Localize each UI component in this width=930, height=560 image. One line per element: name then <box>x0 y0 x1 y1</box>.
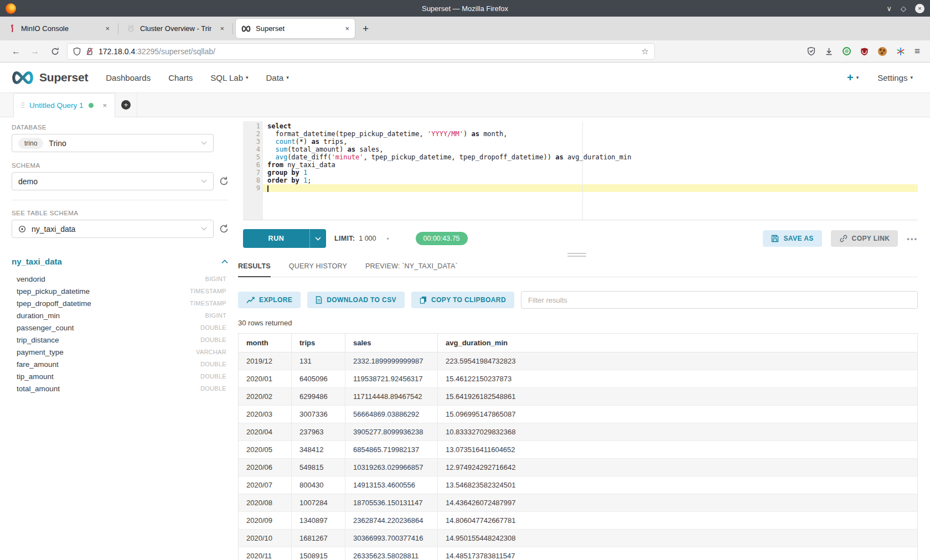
settings-menu[interactable]: Settings ▾ <box>877 73 913 82</box>
new-item-menu[interactable]: + ▾ <box>847 72 859 83</box>
url-field[interactable]: 172.18.0.4:32295/superset/sqllab/ ☆ <box>67 43 655 60</box>
table-cell: 12.974924292716642 <box>437 459 917 476</box>
lock-insecure-icon[interactable] <box>86 47 94 56</box>
schema-column-row[interactable]: vendoridBIGINT <box>12 273 228 285</box>
tab-close-icon[interactable]: × <box>345 24 349 33</box>
query-tab-label: Untitled Query 1 <box>29 101 84 110</box>
schema-column-row[interactable]: tip_amountDOUBLE <box>12 370 228 382</box>
collapse-chevron-up-icon[interactable] <box>221 260 228 264</box>
code-line[interactable]: select <box>263 122 918 130</box>
column-type: DOUBLE <box>200 361 226 367</box>
table-cell: 10.833327029832368 <box>437 423 917 440</box>
table-cell: 2332.1899999999987 <box>345 352 437 370</box>
code-line[interactable]: group by 1 <box>263 169 918 177</box>
table-select[interactable]: ny_taxi_data <box>12 220 214 238</box>
browser-tab-minio[interactable]: MinIO Console × <box>3 19 115 38</box>
table-cell: 15.46122150237873 <box>437 370 917 387</box>
table-schema-title[interactable]: ny_taxi_data <box>12 257 62 266</box>
table-cell: 14.485173783811547 <box>437 547 917 560</box>
refresh-schema-icon[interactable] <box>219 176 229 186</box>
tab-preview[interactable]: PREVIEW: `NY_TAXI_DATA` <box>365 262 458 277</box>
schema-column-row[interactable]: tpep_pickup_datetimeTIMESTAMP <box>12 285 228 297</box>
menu-hamburger-icon[interactable]: ≡ <box>914 46 920 57</box>
drag-handle-icon[interactable] <box>22 102 24 108</box>
code-line[interactable]: order by 1; <box>263 177 918 184</box>
extension-green-icon[interactable] <box>843 47 851 55</box>
limit-control[interactable]: LIMIT: 1 000 ▾ <box>334 235 389 242</box>
browser-tab-trino[interactable]: Cluster Overview - Trino × <box>121 19 230 38</box>
url-text: 172.18.0.4:32295/superset/sqllab/ <box>99 47 637 56</box>
schema-select[interactable]: demo <box>12 172 214 190</box>
sql-editor[interactable]: 123456789 select format_datetime(tpep_pi… <box>243 121 918 220</box>
back-icon[interactable]: ← <box>7 46 25 56</box>
query-tab-active[interactable]: Untitled Query 1 × <box>13 93 115 117</box>
schema-column-row[interactable]: fare_amountDOUBLE <box>12 358 228 370</box>
window-maximize-icon[interactable]: ◇ <box>901 4 906 13</box>
superset-brand[interactable]: Superset <box>11 70 88 85</box>
table-cell: 6405096 <box>291 370 345 387</box>
column-header[interactable]: month <box>239 334 291 352</box>
refresh-table-icon[interactable] <box>219 224 229 234</box>
caret-down-icon: ▾ <box>387 236 389 241</box>
column-name: vendorid <box>17 275 45 283</box>
tab-results[interactable]: RESULTS <box>238 262 271 277</box>
schema-column-row[interactable]: duration_minBIGINT <box>12 309 228 322</box>
table-row: 2020/042379633905277.809993623810.833327… <box>239 423 917 441</box>
window-minimize-icon[interactable]: ∨ <box>886 4 892 13</box>
bookmark-star-icon[interactable]: ☆ <box>642 46 649 56</box>
schema-column-row[interactable]: total_amountDOUBLE <box>12 382 228 395</box>
reload-icon[interactable] <box>51 47 59 56</box>
column-header[interactable]: trips <box>291 334 345 352</box>
nav-item-data[interactable]: Data▾ <box>266 73 289 82</box>
nav-item-dashboards[interactable]: Dashboards <box>106 73 151 82</box>
downloads-icon[interactable] <box>825 47 833 56</box>
table-cell: 56664869.03886292 <box>345 406 437 423</box>
download-csv-button[interactable]: DOWNLOAD TO CSV <box>307 292 405 308</box>
database-select[interactable]: trino Trino <box>12 134 214 152</box>
ublock-origin-icon[interactable] <box>860 47 869 56</box>
forward-icon[interactable]: → <box>25 46 44 56</box>
table-cell: 117114448.89467542 <box>345 388 437 405</box>
permissions-shield-icon[interactable] <box>73 47 81 56</box>
query-tab-close-icon[interactable]: × <box>103 101 107 110</box>
run-button[interactable]: RUN <box>243 229 326 248</box>
tab-close-icon[interactable]: × <box>220 24 224 33</box>
code-line[interactable]: sum(total_amount) as sales, <box>263 146 918 153</box>
column-type: VARCHAR <box>196 349 226 355</box>
column-header[interactable]: sales <box>345 334 437 352</box>
chevron-down-icon <box>201 141 207 145</box>
code-line[interactable]: avg(date_diff('minute', tpep_pickup_date… <box>263 153 918 161</box>
table-cell: 2020/08 <box>239 494 291 511</box>
save-as-button[interactable]: SAVE AS <box>763 230 822 247</box>
window-close-icon[interactable]: × <box>915 4 924 13</box>
browser-tab-superset[interactable]: Superset × <box>236 19 355 38</box>
cookie-extension-icon[interactable] <box>878 47 887 56</box>
add-query-tab-button[interactable]: + <box>115 92 137 117</box>
column-header[interactable]: avg_duration_min <box>437 334 917 352</box>
code-line[interactable] <box>263 184 918 192</box>
tab-query-history[interactable]: QUERY HISTORY <box>289 262 347 277</box>
protections-shield-icon[interactable] <box>807 46 815 56</box>
schema-column-row[interactable]: payment_typeVARCHAR <box>12 346 228 358</box>
run-dropdown-button[interactable] <box>310 237 326 241</box>
trino-favicon-icon <box>127 24 135 33</box>
nav-item-sqllab[interactable]: SQL Lab▾ <box>210 73 248 82</box>
copy-link-button[interactable]: COPY LINK <box>831 230 898 247</box>
elapsed-timer-badge: 00:00:43.75 <box>416 232 468 245</box>
code-line[interactable]: format_datetime(tpep_pickup_datetime, 'Y… <box>263 130 918 138</box>
schema-column-row[interactable]: trip_distanceDOUBLE <box>12 334 228 346</box>
code-line[interactable]: from ny_taxi_data <box>263 161 918 169</box>
copy-clipboard-button[interactable]: COPY TO CLIPBOARD <box>411 292 514 308</box>
column-type: DOUBLE <box>200 324 226 331</box>
schema-column-row[interactable]: tpep_dropoff_datetimeTIMESTAMP <box>12 297 228 309</box>
schema-column-row[interactable]: passenger_countDOUBLE <box>12 322 228 334</box>
split-drag-handle[interactable] <box>235 248 918 261</box>
explore-button[interactable]: EXPLORE <box>238 292 301 308</box>
code-line[interactable]: count(*) as trips, <box>263 138 918 146</box>
more-options-icon[interactable]: ••• <box>907 235 918 243</box>
new-tab-button[interactable]: + <box>363 23 369 35</box>
multicolor-asterisk-extension-icon[interactable] <box>896 47 905 56</box>
tab-close-icon[interactable]: × <box>105 24 110 33</box>
filter-results-input[interactable] <box>521 291 918 309</box>
nav-item-charts[interactable]: Charts <box>168 73 193 82</box>
